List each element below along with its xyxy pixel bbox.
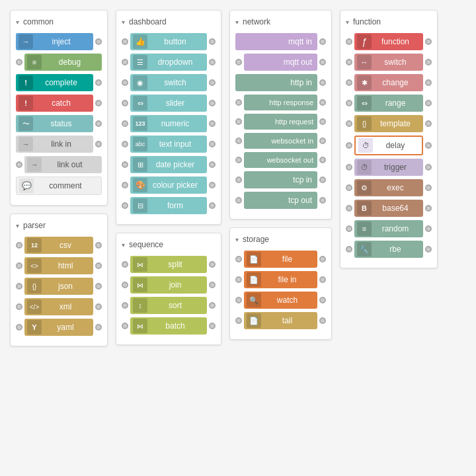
sort-label[interactable]: ↕ sort xyxy=(130,297,207,314)
random-label[interactable]: ≡ random xyxy=(354,220,423,237)
websocketout-node[interactable]: websocket out xyxy=(235,152,326,168)
join-node[interactable]: ⋈ join xyxy=(122,276,216,294)
dswitch-node[interactable]: ◉ switch xyxy=(122,74,216,91)
status-node[interactable]: 〜 status xyxy=(16,115,102,132)
join-label[interactable]: ⋈ join xyxy=(130,276,207,294)
rbe-label[interactable]: 🔧 rbe xyxy=(354,241,423,258)
datepicker-node[interactable]: ⊞ date picker xyxy=(122,156,216,173)
dropdown-node[interactable]: ☰ dropdown xyxy=(122,54,216,71)
inject-node[interactable]: → inject xyxy=(16,33,102,50)
httpresponse-label[interactable]: http response xyxy=(244,95,317,110)
html-node[interactable]: <> html xyxy=(16,257,102,274)
filein-node[interactable]: 📄 file in xyxy=(235,271,326,288)
mqttout-node[interactable]: mqtt out xyxy=(235,54,326,71)
tcpout-node[interactable]: tcp out xyxy=(235,192,326,209)
catch-label[interactable]: ! catch xyxy=(16,95,93,112)
csv-node[interactable]: 12 csv xyxy=(16,237,102,254)
html-label[interactable]: <> html xyxy=(24,257,93,274)
httpin-node[interactable]: http in xyxy=(235,74,326,91)
status-label[interactable]: 〜 status xyxy=(16,115,93,132)
split-node[interactable]: ⋈ split xyxy=(122,256,216,273)
watch-node[interactable]: 🔍 watch xyxy=(235,292,326,309)
form-label[interactable]: ⊟ form xyxy=(130,197,207,214)
colourpicker-label[interactable]: 🎨 colour picker xyxy=(130,177,207,194)
file-label[interactable]: 📄 file xyxy=(244,251,317,268)
comment-node[interactable]: 💬 comment xyxy=(16,177,102,195)
debug-label[interactable]: ≡ debug xyxy=(24,54,102,71)
comment-label[interactable]: 💬 comment xyxy=(16,177,102,195)
change-node[interactable]: ✱ change xyxy=(346,74,432,91)
mqttout-label[interactable]: mqtt out xyxy=(244,54,317,71)
split-label[interactable]: ⋈ split xyxy=(130,256,207,273)
delay-node[interactable]: ⏱ delay xyxy=(346,136,432,155)
complete-node[interactable]: ! complete xyxy=(16,74,102,91)
textinput-node[interactable]: abc text input xyxy=(122,136,216,153)
debug-node[interactable]: ≡ debug xyxy=(16,54,102,71)
datepicker-label[interactable]: ⊞ date picker xyxy=(130,156,207,173)
delay-label[interactable]: ⏱ delay xyxy=(354,136,423,155)
button-node[interactable]: 👍 button xyxy=(122,33,216,50)
function-label[interactable]: ƒ function xyxy=(354,33,423,50)
trigger-node[interactable]: ⏱ trigger xyxy=(346,159,432,176)
httprequest-label[interactable]: http request xyxy=(244,114,317,130)
rbe-node[interactable]: 🔧 rbe xyxy=(346,241,432,258)
template-label[interactable]: {} template xyxy=(354,115,423,132)
websocketin-label[interactable]: websocket in xyxy=(244,133,317,149)
mqttin-label[interactable]: mqtt in xyxy=(235,33,317,50)
tail-node[interactable]: 📄 tail xyxy=(235,312,326,329)
yaml-node[interactable]: Y yaml xyxy=(16,319,102,336)
numeric-label[interactable]: 123 numeric xyxy=(130,115,207,132)
fswitch-label[interactable]: ↔ switch xyxy=(354,54,423,71)
yaml-label[interactable]: Y yaml xyxy=(24,319,93,336)
catch-node[interactable]: ! catch xyxy=(16,95,102,112)
linkin-node[interactable]: → link in xyxy=(16,136,102,153)
dswitch-label[interactable]: ◉ switch xyxy=(130,74,207,91)
httpresponse-node[interactable]: http response xyxy=(235,95,326,110)
numeric-node[interactable]: 123 numeric xyxy=(122,115,216,132)
trigger-label[interactable]: ⏱ trigger xyxy=(354,159,423,176)
linkin-label[interactable]: → link in xyxy=(16,136,93,153)
template-node[interactable]: {} template xyxy=(346,115,432,132)
range-node[interactable]: ⇔ range xyxy=(346,95,432,112)
mqttin-node[interactable]: mqtt in xyxy=(235,33,326,50)
textinput-label[interactable]: abc text input xyxy=(130,136,207,153)
sort-node[interactable]: ↕ sort xyxy=(122,297,216,314)
inject-label[interactable]: → inject xyxy=(16,33,93,50)
batch-label[interactable]: ⋈ batch xyxy=(130,317,207,335)
form-node[interactable]: ⊟ form xyxy=(122,197,216,214)
random-node[interactable]: ≡ random xyxy=(346,220,432,237)
slider-label[interactable]: ⇔ slider xyxy=(130,95,207,112)
function-node[interactable]: ƒ function xyxy=(346,33,432,50)
fswitch-node[interactable]: ↔ switch xyxy=(346,54,432,71)
json-label[interactable]: {} json xyxy=(24,278,93,295)
filein-label[interactable]: 📄 file in xyxy=(244,271,317,288)
tcpout-label[interactable]: tcp out xyxy=(244,192,317,209)
websocketout-label[interactable]: websocket out xyxy=(244,152,317,168)
tcpin-label[interactable]: tcp in xyxy=(244,171,317,188)
xml-label[interactable]: </> xml xyxy=(24,298,93,315)
range-label[interactable]: ⇔ range xyxy=(354,95,423,112)
tail-label[interactable]: 📄 tail xyxy=(244,312,317,329)
xml-node[interactable]: </> xml xyxy=(16,298,102,315)
slider-node[interactable]: ⇔ slider xyxy=(122,95,216,112)
colourpicker-node[interactable]: 🎨 colour picker xyxy=(122,177,216,194)
complete-label[interactable]: ! complete xyxy=(16,74,93,91)
base64-node[interactable]: B base64 xyxy=(346,200,432,217)
dropdown-label[interactable]: ☰ dropdown xyxy=(130,54,207,71)
httprequest-node[interactable]: http request xyxy=(235,114,326,130)
csv-label[interactable]: 12 csv xyxy=(24,237,93,254)
file-node[interactable]: 📄 file xyxy=(235,251,326,268)
watch-label[interactable]: 🔍 watch xyxy=(244,292,317,309)
linkout-label[interactable]: → link out xyxy=(24,156,102,173)
exec-node[interactable]: ⚙ exec xyxy=(346,179,432,196)
base64-label[interactable]: B base64 xyxy=(354,200,423,217)
button-label[interactable]: 👍 button xyxy=(130,33,207,50)
tcpin-node[interactable]: tcp in xyxy=(235,171,326,188)
websocketin-node[interactable]: websocket in xyxy=(235,133,326,149)
change-label[interactable]: ✱ change xyxy=(354,74,423,91)
linkout-node[interactable]: → link out xyxy=(16,156,102,173)
httpin-label[interactable]: http in xyxy=(235,74,317,91)
json-node[interactable]: {} json xyxy=(16,278,102,295)
batch-node[interactable]: ⋈ batch xyxy=(122,317,216,335)
exec-label[interactable]: ⚙ exec xyxy=(354,179,423,196)
